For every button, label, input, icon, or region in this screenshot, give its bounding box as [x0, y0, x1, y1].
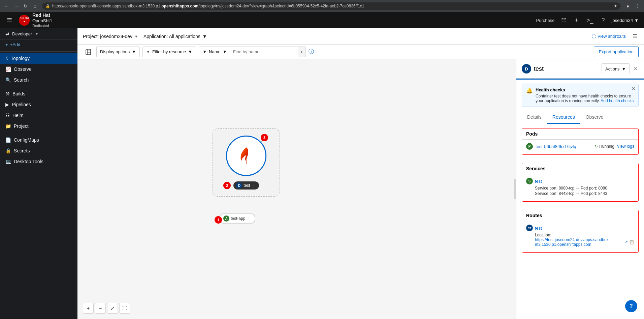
search-input[interactable]: [230, 47, 298, 57]
service-port-2: Service port: 8443-tcp → Pod port: 8443: [535, 191, 634, 196]
sidebar-item-label: Topology: [11, 56, 30, 61]
app-group-box[interactable]: ↗ 3 D test ⋮: [213, 128, 280, 197]
service-name-link[interactable]: test: [535, 179, 542, 184]
sidebar-item-label: Observe: [14, 66, 32, 72]
deployment-node-label: test: [244, 183, 250, 188]
zoom-out-button[interactable]: −: [95, 303, 106, 314]
project-label: Project: josedom24-dev: [83, 34, 132, 39]
address-bar[interactable]: 🔒 https://console-openshift-console.apps…: [42, 2, 621, 10]
sidebar-item-observe[interactable]: 📈 Observe: [0, 64, 77, 75]
sidebar-item-helm[interactable]: ☷ Helm: [0, 110, 77, 121]
app-node-container: A test-app ⋮ 1: [219, 213, 255, 224]
app-type-badge: A: [223, 215, 229, 222]
help-icon[interactable]: ?: [600, 16, 606, 25]
menu-icon[interactable]: ⋮: [633, 2, 641, 10]
bookmark-icon[interactable]: ★: [614, 4, 617, 8]
route-url-link[interactable]: https://test-josedom24-dev.apps.sandbox-…: [535, 237, 634, 247]
actions-dropdown-button[interactable]: Actions ▼: [602, 63, 630, 74]
back-button[interactable]: ←: [3, 2, 11, 10]
sidebar-context-arrow: ▼: [35, 31, 39, 36]
side-panel-close-button[interactable]: ×: [632, 64, 639, 74]
close-icon: ×: [634, 65, 637, 72]
sidebar-item-topology[interactable]: ☇ Topology: [0, 53, 77, 64]
step-badge-2: 2: [223, 182, 231, 189]
sidebar-item-search[interactable]: 🔍 Search: [0, 75, 77, 85]
health-alert-content: Health checks Container test does not ha…: [536, 87, 634, 103]
app-node-label: test-app: [231, 216, 245, 221]
url-text: https://console-openshift-console.apps.s…: [52, 4, 612, 8]
filter-by-resource-button[interactable]: ▼ Filter by resource ▼: [142, 47, 196, 57]
view-shortcuts-button[interactable]: ⓘ View shortcuts: [592, 33, 626, 39]
resize-handle[interactable]: [514, 179, 516, 199]
display-options-button[interactable]: Display options ▼: [96, 47, 140, 57]
app-node-menu-button[interactable]: ⋮: [247, 216, 251, 221]
panel-tabs: Details Resources Observe: [516, 111, 644, 124]
pod-circle[interactable]: ↗ 3: [226, 136, 266, 176]
sidebar-project-icon: 📁: [5, 123, 11, 129]
project-selector[interactable]: Project: josedom24-dev ▼: [83, 34, 138, 39]
side-panel-header: D test Actions ▼ ×: [516, 59, 644, 79]
sidebar-item-label: Project: [14, 123, 29, 129]
pod-name-link[interactable]: test-56b5f8f9cd-6jvlq: [536, 144, 592, 149]
sidebar-item-configmaps[interactable]: 📄 ConfigMaps: [0, 135, 77, 145]
tab-resources[interactable]: Resources: [547, 111, 580, 124]
main-layout: ⇄ Developer ▼ + +Add ☇ Topology 📈 Observ…: [0, 28, 644, 319]
zoom-controls: + − ⤢ ⛶: [83, 303, 130, 314]
reload-button[interactable]: ↻: [22, 2, 30, 10]
copy-icon[interactable]: 📋: [629, 240, 634, 244]
info-circle-icon[interactable]: ⓘ: [309, 48, 314, 55]
sidebar-add-button[interactable]: + +Add: [0, 39, 77, 50]
project-bar: Project: josedom24-dev ▼ Application: Al…: [77, 28, 644, 45]
export-application-button[interactable]: Export application: [594, 47, 639, 57]
topology-canvas[interactable]: A test-app ⋮ 1: [77, 59, 516, 319]
view-logs-link[interactable]: View logs: [617, 144, 634, 149]
route-location-label: Location:: [535, 233, 634, 237]
sidebar-item-secrets[interactable]: 🔒 Secrets: [0, 145, 77, 156]
filter-by-resource-label: Filter by resource: [152, 49, 186, 54]
fit-to-screen-button[interactable]: ⤢: [107, 303, 118, 314]
project-dropdown-icon: ▼: [134, 34, 138, 38]
help-button[interactable]: ?: [625, 300, 637, 312]
sidebar-item-label: Desktop Tools: [14, 159, 43, 164]
topology-book-icon[interactable]: [83, 47, 94, 57]
application-dropdown-icon: ▼: [202, 34, 207, 39]
plus-icon[interactable]: +: [573, 16, 580, 25]
forward-button[interactable]: →: [12, 2, 20, 10]
user-menu[interactable]: josedom24 ▼: [612, 18, 639, 23]
tab-observe[interactable]: Observe: [580, 111, 609, 124]
brand-line1: Red Hat: [32, 12, 52, 18]
app-node[interactable]: A test-app ⋮: [219, 213, 255, 224]
terminal-icon[interactable]: >_: [585, 16, 595, 25]
health-alert-close-button[interactable]: ✕: [632, 86, 636, 91]
zoom-in-button[interactable]: +: [83, 303, 94, 314]
purchase-link[interactable]: Purchase: [536, 18, 555, 23]
sidebar-item-desktop-tools[interactable]: 💻 Desktop Tools: [0, 156, 77, 167]
sidebar-item-builds[interactable]: ⚒ Builds: [0, 88, 77, 99]
hamburger-button[interactable]: ☰: [5, 15, 13, 25]
tab-details[interactable]: Details: [522, 111, 547, 124]
home-button[interactable]: ⌂: [31, 2, 39, 10]
sidebar-item-pipelines[interactable]: ▶ Pipelines: [0, 99, 77, 110]
brand-logo: Red Hat ◆: [19, 15, 30, 26]
route-name-link[interactable]: test: [535, 226, 542, 231]
filter-icon: ▼: [146, 50, 150, 54]
deployment-type-badge: D: [236, 182, 242, 188]
add-health-checks-link[interactable]: Add health checks: [601, 98, 634, 103]
sidebar-context[interactable]: ⇄ Developer ▼: [0, 28, 77, 39]
deployment-label[interactable]: D test ⋮: [233, 181, 259, 190]
grid-icon[interactable]: ☷: [560, 15, 568, 25]
sidebar-item-project[interactable]: 📁 Project: [0, 121, 77, 132]
export-label: Export application: [599, 49, 634, 54]
sidebar-search-icon: 🔍: [5, 77, 11, 83]
extensions-icon[interactable]: ●: [624, 2, 632, 10]
services-section-title: Services: [522, 163, 638, 174]
brand-line2: OpenShift: [32, 18, 52, 24]
services-section-body: S test Service port: 8080-tcp → Pod port…: [522, 174, 638, 201]
sidebar-helm-icon: ☷: [5, 113, 10, 118]
application-selector[interactable]: Application: All applications ▼: [143, 34, 207, 39]
filter-name-button[interactable]: ▼ Name ▼: [199, 47, 230, 57]
list-view-button[interactable]: ☰: [631, 32, 639, 41]
deployment-menu-button[interactable]: ⋮: [252, 183, 256, 188]
route-item: RT test Location: https://test-josedom24…: [526, 225, 634, 247]
expand-button[interactable]: ⛶: [119, 303, 130, 314]
